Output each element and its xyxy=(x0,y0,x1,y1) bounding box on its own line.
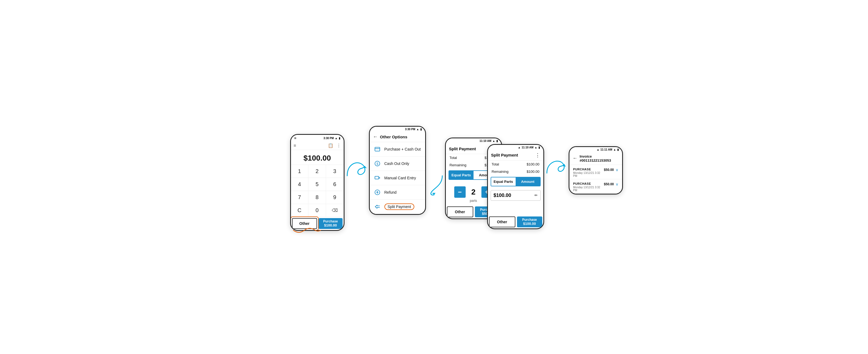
battery-icon-5: ▮ xyxy=(617,148,619,151)
split-header-4: Split Payment ⋮ xyxy=(488,150,544,161)
signal-icon-2: ▲ xyxy=(416,128,419,131)
status-time-3: 11:10 AM xyxy=(479,139,492,142)
phone-invoice-wrapper: ▲ 11:11 AM ▲ ▮ ← Invoice #00113122115305… xyxy=(569,154,623,194)
more-icon-4[interactable]: ⋮ xyxy=(535,152,540,158)
menu-label-split-payment: Split Payment xyxy=(384,204,414,210)
menu-item-manual-card[interactable]: Manual Card Entry xyxy=(370,171,425,185)
split-total-row-4: Total $100.00 xyxy=(488,161,544,168)
back-button-5[interactable]: ← xyxy=(573,155,578,161)
chevron-down-icon-1[interactable]: ∨ xyxy=(616,168,618,172)
menu-label-cashout-only: Cash Out Only xyxy=(384,162,409,166)
refund-icon xyxy=(374,188,381,196)
invoice-header: ← Invoice #001131221153053 xyxy=(569,152,622,165)
phone-other-options-wrapper: 3:30 PM ▲ ▮ ← Other Options Purchase + C… xyxy=(369,134,426,215)
status-time-4: 11:10 AM xyxy=(522,146,533,149)
other-button-4[interactable]: Other xyxy=(489,216,515,227)
menu-item-split-payment[interactable]: Split Payment xyxy=(370,200,425,214)
phone-split-amount-wrapper: ▲ 11:10 AM ▲ ▮ Split Payment ⋮ Total $10… xyxy=(495,136,544,229)
manual-card-icon xyxy=(374,174,381,182)
menu-item-cashout-only[interactable]: $ Cash Out Only xyxy=(370,156,425,171)
other-options-title: Other Options xyxy=(380,135,407,139)
key-8[interactable]: 8 xyxy=(308,191,326,204)
invoice-row-1-amount: $50.00 xyxy=(604,168,614,172)
key-1[interactable]: 1 xyxy=(291,165,309,178)
invoice-row-2-date: Monday 13/12/21 3:32 PM xyxy=(573,186,604,192)
key-2[interactable]: 2 xyxy=(308,165,326,178)
split-toggle-4: Equal Parts Amount xyxy=(491,177,540,186)
curly-arrow-1-svg xyxy=(344,160,369,178)
split-title-3: Split Payment xyxy=(449,146,476,151)
menu-icon[interactable]: ≡ xyxy=(294,143,296,148)
cashout-icon: $ xyxy=(374,160,381,167)
key-7[interactable]: 7 xyxy=(291,191,309,204)
status-bar-4: ▲ 11:10 AM ▲ ▮ xyxy=(488,145,544,150)
svg-rect-1 xyxy=(375,147,380,151)
phone-other-options: 3:30 PM ▲ ▮ ← Other Options Purchase + C… xyxy=(369,126,426,215)
split-title-4: Split Payment xyxy=(491,153,518,157)
purchase-button[interactable]: Purchase $100.00 xyxy=(319,218,343,229)
battery-icon: ▮ xyxy=(339,137,340,140)
edit-icon[interactable]: ✏ xyxy=(534,193,538,198)
other-button-3[interactable]: Other xyxy=(447,206,473,217)
numpad-grid: 1 2 3 4 5 6 7 8 9 C 0 ⌫ xyxy=(291,165,344,217)
key-backspace[interactable]: ⌫ xyxy=(326,204,344,217)
chevron-down-icon-2[interactable]: ∨ xyxy=(616,182,618,186)
arrow-2 xyxy=(426,174,445,196)
more-icon[interactable]: ⋮ xyxy=(337,143,341,148)
phone-numpad: ≡ 3:30 PM ▲ ▮ ≡ 📋 ⋮ $100.00 1 xyxy=(290,134,344,231)
phone-invoice: ▲ 11:11 AM ▲ ▮ ← Invoice #00113122115305… xyxy=(569,146,623,194)
arrow-1 xyxy=(344,160,369,178)
key-c[interactable]: C xyxy=(291,204,309,217)
status-bar-3: 11:10 AM ▲ ▮ xyxy=(446,138,501,143)
amount-display: $100.00 xyxy=(291,150,344,165)
status-time-1: 3:30 PM xyxy=(323,137,334,140)
split-payment-icon xyxy=(374,203,381,211)
invoice-row-1-date: Monday 13/12/21 3:32 PM xyxy=(573,171,604,177)
purchase-button-4[interactable]: Purchase $100.00 xyxy=(517,216,542,227)
hamburger-icon: ≡ xyxy=(294,136,297,140)
receipt-icon[interactable]: 📋 xyxy=(328,143,333,148)
menu-label-purchase-cashout: Purchase + Cash Out xyxy=(384,147,421,151)
other-options-header: ← Other Options xyxy=(370,132,425,142)
status-bar-2: 3:30 PM ▲ ▮ xyxy=(370,127,425,132)
other-button[interactable]: Other xyxy=(292,218,317,229)
curly-arrow-3-svg xyxy=(544,157,569,176)
key-6[interactable]: 6 xyxy=(326,178,344,191)
tab-amount-4[interactable]: Amount xyxy=(516,177,540,186)
invoice-title: Invoice #001131221153053 xyxy=(580,154,619,163)
minus-button-3[interactable]: − xyxy=(454,186,466,198)
invoice-row-2-amount: $50.00 xyxy=(604,182,614,186)
numpad-header: ≡ 📋 ⋮ xyxy=(291,141,344,150)
back-button-2[interactable]: ← xyxy=(373,134,378,140)
scene: ≡ 3:30 PM ▲ ▮ ≡ 📋 ⋮ $100.00 1 xyxy=(290,123,578,231)
battery-icon-4: ▮ xyxy=(538,146,540,149)
key-9[interactable]: 9 xyxy=(326,191,344,204)
tab-equal-parts-3[interactable]: Equal Parts xyxy=(449,171,473,179)
squiggle-decoration xyxy=(291,227,323,236)
menu-label-manual-card: Manual Card Entry xyxy=(384,176,416,180)
amount-input-row: $100.00 ✏ xyxy=(491,190,540,201)
battery-icon-3: ▮ xyxy=(496,139,498,142)
menu-item-purchase-cashout[interactable]: Purchase + Cash Out xyxy=(370,142,425,156)
signal-icon-4: ▲ xyxy=(535,146,537,149)
tab-equal-parts-4[interactable]: Equal Parts xyxy=(491,177,516,186)
battery-icon-2: ▮ xyxy=(420,128,422,131)
invoice-row-1-label: PURCHASE xyxy=(573,168,604,171)
signal-icon-4a: ▲ xyxy=(518,146,521,149)
svg-rect-4 xyxy=(375,176,379,179)
key-0[interactable]: 0 xyxy=(308,204,326,217)
purchase-cashout-icon xyxy=(374,145,381,153)
status-time-5: 11:11 AM xyxy=(600,148,612,151)
invoice-row-2-label: PURCHASE xyxy=(573,182,604,185)
menu-label-refund: Refund xyxy=(384,190,397,194)
signal-icon-5a: ▲ xyxy=(597,148,599,151)
menu-item-refund[interactable]: Refund xyxy=(370,185,425,200)
arrow-3 xyxy=(544,157,569,176)
status-time-2: 3:30 PM xyxy=(405,128,415,131)
key-4[interactable]: 4 xyxy=(291,178,309,191)
key-5[interactable]: 5 xyxy=(308,178,326,191)
wifi-icon: ▲ xyxy=(335,137,338,140)
parts-value-3: 2 xyxy=(469,188,477,197)
key-3[interactable]: 3 xyxy=(326,165,344,178)
status-bar-1: ≡ 3:30 PM ▲ ▮ xyxy=(291,135,344,141)
